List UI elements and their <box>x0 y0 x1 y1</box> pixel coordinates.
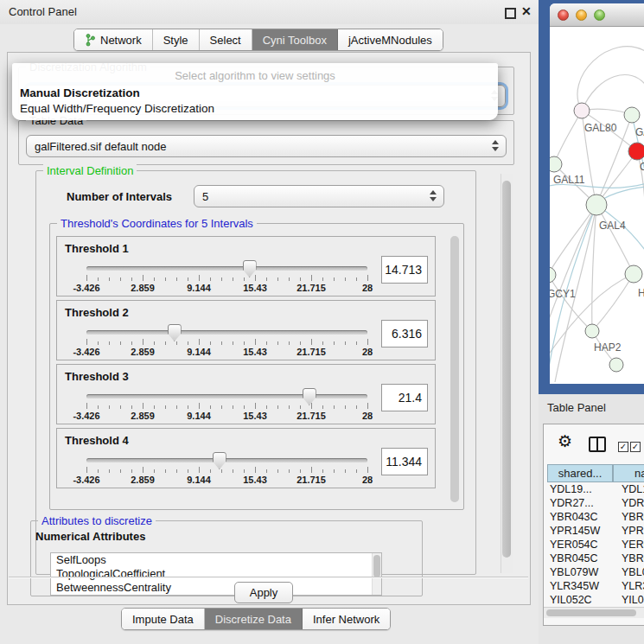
network-icon <box>85 34 96 47</box>
content-scrollbar-thumb[interactable] <box>502 181 511 558</box>
checkbox-icon[interactable]: ✓ <box>630 442 641 452</box>
table-row[interactable]: YLR345WYLR3 <box>547 579 644 593</box>
tab-discretize-data[interactable]: Discretize Data <box>205 609 303 629</box>
threshold-value-field[interactable]: 14.713 <box>381 256 428 284</box>
network-node[interactable] <box>625 265 642 283</box>
tab-label: Select <box>210 34 241 47</box>
table-row[interactable]: YER054CYER0 <box>547 538 644 552</box>
mac-close-icon[interactable] <box>558 10 569 21</box>
tick-mark <box>334 469 335 473</box>
num-intervals-spinner[interactable]: 5 <box>194 185 444 207</box>
network-canvas[interactable]: GAL80GACGAL11GAL4GCY1HHAP2 <box>550 26 644 384</box>
table-row[interactable]: YBR045CYBR0 <box>547 552 644 565</box>
threshold-label: Threshold 4 <box>65 434 129 447</box>
table-cell: YBR0 <box>616 552 644 564</box>
tick-mark <box>188 469 188 473</box>
tick-mark <box>345 469 346 473</box>
tab-jactivemnodules[interactable]: jActiveMNodules <box>338 29 443 50</box>
popup-item[interactable]: Manual Discretization <box>20 86 140 99</box>
table-row[interactable]: YIL052CYIL0 <box>547 593 644 606</box>
tab-impute-data[interactable]: Impute Data <box>122 609 205 629</box>
network-edge[interactable] <box>592 274 634 331</box>
slider-ticks <box>86 339 367 346</box>
table-row[interactable]: YBL079WYBL0 <box>547 565 644 579</box>
split-panel-icon[interactable] <box>589 437 606 452</box>
tick-mark <box>131 277 132 281</box>
table-column-header[interactable]: shared... <box>547 464 613 482</box>
tab-network[interactable]: Network <box>74 29 153 50</box>
tab-infer-network[interactable]: Infer Network <box>303 609 390 629</box>
network-node[interactable] <box>550 156 562 172</box>
thresholds-scrollbar-thumb[interactable] <box>450 236 459 502</box>
combobox-arrows-icon <box>492 140 499 151</box>
network-node[interactable] <box>628 143 644 160</box>
table-row[interactable]: YDL19...YDL1 <box>547 482 644 496</box>
threshold-slider[interactable]: -3.4262.8599.14415.4321.71528 <box>86 260 367 295</box>
network-node-label: HAP2 <box>594 341 622 354</box>
threshold-slider[interactable]: -3.4262.8599.14415.4321.71528 <box>86 324 367 359</box>
threshold-slider[interactable]: -3.4262.8599.14415.4321.71528 <box>86 388 367 423</box>
tick-mark <box>188 341 188 345</box>
network-node[interactable] <box>574 103 590 118</box>
network-edge[interactable] <box>554 111 582 164</box>
numerical-attributes-list[interactable]: SelfLoopsTopologicalCoefficientBetweenne… <box>50 552 382 596</box>
network-window-frame: GAL80GACGAL11GAL4GCY1HHAP2 <box>539 0 644 394</box>
tick-mark <box>143 339 143 345</box>
table-cell: YDR27... <box>547 497 616 509</box>
network-node-label: C <box>640 161 644 173</box>
popup-item[interactable]: Equal Width/Frequency Discretization <box>20 102 214 115</box>
tick-mark <box>266 405 267 409</box>
threshold-label: Threshold 2 <box>65 306 129 319</box>
network-edge[interactable] <box>596 205 634 274</box>
tab-cyni-toolbox[interactable]: Cyni Toolbox <box>252 29 338 50</box>
tick-mark <box>255 467 256 473</box>
gear-icon[interactable]: ⚙ <box>558 431 572 451</box>
network-node[interactable] <box>586 194 607 215</box>
threshold-value-field[interactable]: 6.316 <box>381 320 428 348</box>
tick-mark <box>86 275 87 281</box>
float-window-icon[interactable] <box>505 8 516 19</box>
threshold-value-field[interactable]: 11.344 <box>381 448 428 475</box>
network-node-label: GAL80 <box>584 122 617 134</box>
tick-mark <box>266 277 267 281</box>
attribute-item[interactable]: TopologicalCoefficient <box>51 567 381 581</box>
table-row[interactable]: YBR043CYBR0 <box>547 510 644 524</box>
table-row[interactable]: YPR145WYPR1 <box>547 524 644 538</box>
threshold-slider[interactable]: -3.4262.8599.14415.4321.71528 <box>86 452 367 487</box>
tick-mark <box>289 469 290 473</box>
tick-label: 2.859 <box>131 475 155 485</box>
table-row[interactable]: YDR27...YDR2 <box>547 496 644 510</box>
tick-mark <box>120 405 121 409</box>
network-node[interactable] <box>585 324 599 338</box>
slider-scale-labels: -3.4262.8599.14415.4321.71528 <box>86 475 367 485</box>
tab-select[interactable]: Select <box>200 29 252 50</box>
network-edge[interactable] <box>582 75 644 111</box>
tick-mark <box>98 469 99 473</box>
network-node[interactable] <box>550 267 556 283</box>
tick-mark <box>154 277 155 281</box>
tick-label: 2.859 <box>131 347 155 357</box>
table-data-combobox[interactable]: galFiltered.sif default node <box>26 135 507 157</box>
attribute-item[interactable]: BetweennessCentrality <box>51 581 381 595</box>
network-node[interactable] <box>624 107 640 123</box>
mac-zoom-icon[interactable] <box>594 10 605 21</box>
slider-ticks <box>86 403 367 410</box>
mac-minimize-icon[interactable] <box>576 10 587 21</box>
attributes-scrollbar-thumb[interactable] <box>373 555 380 577</box>
table-hscrollbar-thumb[interactable] <box>546 609 636 616</box>
attribute-item[interactable]: SelfLoops <box>51 553 381 567</box>
tick-mark <box>199 275 200 281</box>
table-column-header[interactable]: na <box>613 464 644 482</box>
network-edge[interactable] <box>550 275 592 331</box>
tab-style[interactable]: Style <box>153 29 200 50</box>
tick-mark <box>221 469 222 473</box>
threshold-panel: Threshold 4-3.4262.8599.14415.4321.71528… <box>56 428 436 488</box>
threshold-value-field[interactable]: 21.4 <box>381 384 428 411</box>
checkbox-icon[interactable]: ✓ <box>618 442 628 452</box>
table-hscrollbar <box>544 607 644 618</box>
network-node[interactable] <box>609 358 623 372</box>
tick-mark <box>210 277 211 281</box>
close-icon[interactable]: ✕ <box>521 4 532 18</box>
apply-button[interactable]: Apply <box>234 582 293 603</box>
tick-mark <box>131 405 132 409</box>
